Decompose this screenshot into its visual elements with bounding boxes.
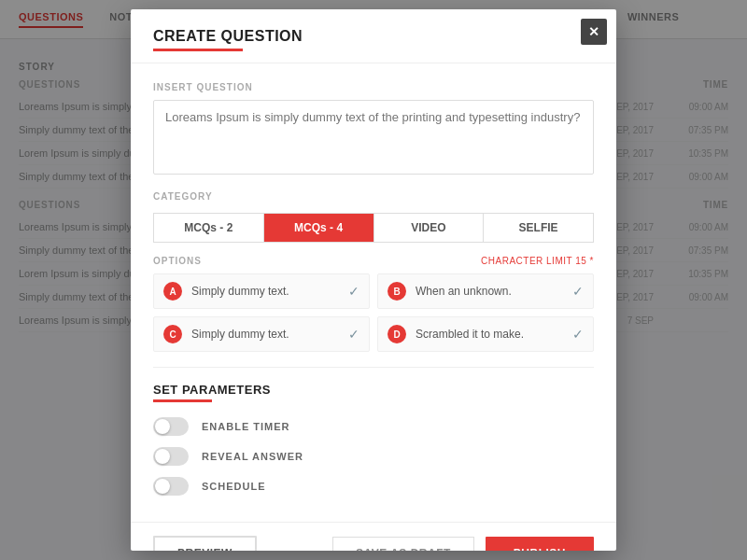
options-label: OPTIONS [153, 256, 202, 266]
option-row-c[interactable]: C Simply dummy text. ✓ [153, 316, 370, 352]
option-row-d[interactable]: D Scrambled it to make. ✓ [377, 316, 594, 352]
option-text-d: Scrambled it to make. [416, 328, 572, 341]
option-row-a[interactable]: A Simply dummy text. ✓ [153, 273, 370, 309]
category-btn-selfie[interactable]: SELFIE [484, 214, 593, 242]
create-question-modal: ✕ CREATE QUESTION INSERT QUESTION CATEGO… [131, 9, 616, 551]
option-letter-a: A [163, 282, 182, 301]
options-grid: A Simply dummy text. ✓ B When an unknown… [153, 273, 594, 352]
param-row-enable-timer: ENABLE TIMER [153, 417, 594, 436]
option-row-b[interactable]: B When an unknown. ✓ [377, 273, 594, 309]
footer-right: SAVE AS DRAFT PUBLISH [332, 537, 594, 551]
param-row-schedule: SCHEDULE [153, 477, 594, 496]
modal-footer: PREVIEW SAVE AS DRAFT PUBLISH [131, 522, 616, 551]
option-letter-d: D [388, 325, 406, 343]
publish-button[interactable]: PUBLISH [486, 537, 594, 551]
modal-header: CREATE QUESTION [131, 9, 616, 63]
option-letter-c: C [163, 325, 182, 343]
param-label-enable-timer: ENABLE TIMER [202, 421, 290, 432]
question-section-label: INSERT QUESTION [153, 82, 594, 92]
char-limit-label: CHARACTER LIMIT 15 * [481, 256, 594, 266]
toggle-reveal-answer[interactable] [153, 447, 189, 466]
section-divider [153, 367, 594, 368]
option-check-a: ✓ [348, 284, 359, 299]
toggle-enable-timer[interactable] [153, 417, 189, 436]
category-btn-mcqs---4[interactable]: MCQs - 4 [264, 214, 374, 242]
close-button[interactable]: ✕ [581, 19, 607, 45]
option-letter-b: B [388, 282, 406, 301]
toggle-schedule[interactable] [153, 477, 189, 496]
option-check-b: ✓ [572, 284, 584, 299]
modal-title: CREATE QUESTION [153, 28, 303, 51]
option-text-c: Simply dummy text. [191, 328, 348, 341]
save-draft-button[interactable]: SAVE AS DRAFT [332, 537, 474, 551]
option-check-d: ✓ [572, 327, 584, 342]
option-text-b: When an unknown. [416, 285, 572, 298]
param-label-reveal-answer: REVEAL ANSWER [202, 451, 303, 462]
params-title: SET PARAMETERS [153, 383, 271, 402]
param-row-reveal-answer: REVEAL ANSWER [153, 447, 594, 466]
category-btn-mcqs---2[interactable]: MCQs - 2 [154, 214, 264, 242]
preview-button[interactable]: PREVIEW [153, 536, 257, 551]
options-header: OPTIONS CHARACTER LIMIT 15 * [153, 256, 594, 266]
category-label: CATEGORY [153, 191, 594, 202]
modal-overlay: ✕ CREATE QUESTION INSERT QUESTION CATEGO… [0, 0, 747, 560]
category-selector: MCQs - 2MCQs - 4VIDEOSELFIE [153, 213, 594, 243]
params-list: ENABLE TIMER REVEAL ANSWER SCHEDULE [153, 417, 594, 496]
question-input[interactable] [153, 100, 594, 175]
param-label-schedule: SCHEDULE [202, 481, 266, 492]
option-check-c: ✓ [348, 327, 359, 342]
option-text-a: Simply dummy text. [191, 285, 348, 298]
modal-body: INSERT QUESTION CATEGORY MCQs - 2MCQs - … [131, 63, 616, 522]
category-btn-video[interactable]: VIDEO [374, 214, 485, 242]
